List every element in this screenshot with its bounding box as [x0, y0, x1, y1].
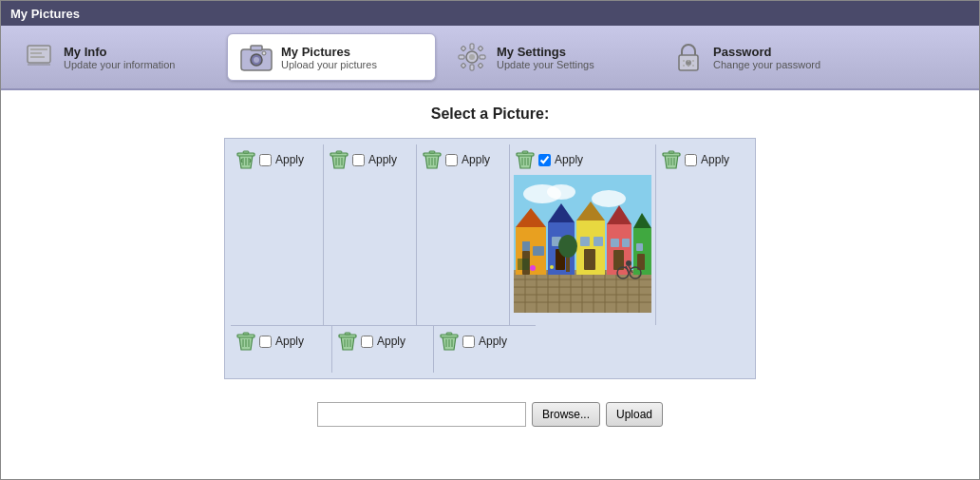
svg-rect-121	[345, 333, 350, 335]
svg-rect-95	[636, 243, 643, 251]
svg-rect-115	[243, 333, 249, 335]
trash-icon-1[interactable]	[235, 148, 257, 171]
apply-checkbox-4[interactable]	[538, 154, 551, 166]
svg-rect-11	[470, 44, 474, 49]
svg-rect-15	[461, 46, 466, 51]
nav-subtitle-password: Change your password	[713, 59, 820, 70]
svg-rect-48	[522, 151, 528, 153]
cell-8-controls: Apply	[438, 330, 507, 353]
nav-item-password[interactable]: Password Change your password	[660, 33, 869, 81]
nav-title-password: Password	[713, 45, 820, 59]
svg-rect-86	[594, 237, 603, 246]
cell-2-controls: Apply	[328, 148, 397, 171]
svg-rect-1	[30, 48, 47, 50]
person-icon	[22, 40, 56, 74]
svg-rect-127	[446, 333, 452, 335]
cell-5-controls: Apply	[660, 148, 729, 171]
nav-item-my-pictures[interactable]: My Pictures Upload your pictures	[227, 33, 436, 81]
svg-point-10	[469, 54, 475, 60]
upload-section: Browse... Upload	[317, 402, 663, 427]
section-title: Select a Picture:	[431, 106, 550, 123]
title-bar: My Pictures	[1, 1, 979, 26]
pictures-bottom-row: Apply	[231, 325, 749, 373]
lock-icon	[671, 40, 706, 74]
svg-rect-30	[243, 151, 249, 153]
svg-rect-85	[580, 237, 590, 246]
nav-item-my-settings[interactable]: My Settings Update your Settings	[443, 33, 652, 81]
apply-label-4: Apply	[555, 153, 583, 166]
picture-cell-6: Apply	[231, 325, 332, 373]
nav-subtitle-my-settings: Update your Settings	[497, 59, 594, 70]
nav-text-password: Password Change your password	[713, 45, 820, 70]
nav-text-my-pictures: My Pictures Upload your pictures	[281, 45, 377, 70]
nav-bar: My Info Update your information My Pictu…	[1, 26, 979, 90]
nav-subtitle-my-info: Update your information	[64, 59, 175, 70]
browse-button[interactable]: Browse...	[532, 402, 600, 427]
window-title: My Pictures	[10, 7, 80, 21]
svg-point-22	[683, 60, 685, 62]
camera-icon	[239, 40, 273, 74]
picture-cell-8: Apply	[434, 325, 536, 373]
svg-rect-18	[478, 63, 483, 68]
trash-icon-8[interactable]	[438, 330, 461, 353]
picture-image-4	[514, 175, 651, 313]
apply-checkbox-1[interactable]	[259, 154, 272, 166]
nav-title-my-pictures: My Pictures	[281, 45, 377, 59]
svg-rect-14	[480, 55, 485, 59]
picture-cell-3: Apply	[417, 144, 510, 325]
apply-label-3: Apply	[462, 153, 490, 166]
svg-rect-106	[518, 259, 529, 270]
trash-icon-6[interactable]	[235, 330, 257, 353]
svg-rect-13	[459, 55, 464, 59]
nav-title-my-settings: My Settings	[497, 45, 594, 59]
svg-point-105	[550, 265, 554, 269]
file-path-input[interactable]	[317, 402, 526, 427]
cell-7-controls: Apply	[336, 330, 405, 353]
cell-1-controls: Apply	[235, 148, 304, 171]
svg-point-25	[683, 65, 685, 67]
apply-label-2: Apply	[368, 153, 397, 166]
svg-point-104	[530, 265, 536, 271]
svg-point-55	[592, 190, 626, 207]
pictures-top-row: Apply	[231, 144, 749, 325]
svg-point-26	[688, 65, 689, 67]
picture-cell-2: Apply	[324, 144, 417, 325]
trash-icon-2[interactable]	[328, 148, 350, 171]
main-window: My Pictures My Info Update your informat…	[0, 0, 980, 480]
picture-cell-5: Apply	[656, 144, 749, 325]
svg-rect-42	[429, 151, 435, 153]
svg-point-24	[692, 60, 694, 62]
apply-checkbox-7[interactable]	[361, 336, 373, 348]
main-content: Select a Picture:	[1, 90, 979, 479]
svg-point-27	[692, 65, 694, 67]
svg-rect-36	[336, 151, 342, 153]
nav-text-my-settings: My Settings Update your Settings	[497, 45, 594, 70]
apply-checkbox-6[interactable]	[259, 336, 272, 348]
svg-rect-90	[611, 239, 619, 247]
trash-icon-4[interactable]	[514, 148, 537, 171]
apply-label-1: Apply	[275, 153, 304, 166]
apply-checkbox-5[interactable]	[685, 154, 697, 166]
apply-checkbox-3[interactable]	[445, 154, 458, 166]
svg-point-54	[547, 184, 575, 200]
picture-cell-4: Apply	[510, 144, 656, 325]
cell-6-controls: Apply	[235, 330, 304, 353]
nav-text-my-info: My Info Update your information	[64, 45, 175, 70]
svg-rect-17	[461, 63, 466, 68]
upload-button[interactable]: Upload	[606, 402, 663, 427]
apply-checkbox-8[interactable]	[462, 336, 475, 348]
trash-icon-7[interactable]	[336, 330, 359, 353]
svg-rect-87	[584, 249, 595, 270]
nav-title-my-info: My Info	[64, 45, 175, 59]
nav-item-my-info[interactable]: My Info Update your information	[10, 33, 219, 81]
trash-icon-3[interactable]	[421, 148, 443, 171]
pictures-grid: Apply	[224, 138, 756, 379]
gear-icon	[455, 40, 489, 74]
svg-point-98	[558, 235, 577, 258]
apply-checkbox-2[interactable]	[352, 154, 365, 166]
svg-rect-16	[478, 46, 483, 51]
svg-point-7	[254, 57, 259, 63]
trash-icon-5[interactable]	[660, 148, 683, 171]
picture-cell-1: Apply	[231, 144, 324, 325]
apply-label-6: Apply	[275, 335, 304, 348]
